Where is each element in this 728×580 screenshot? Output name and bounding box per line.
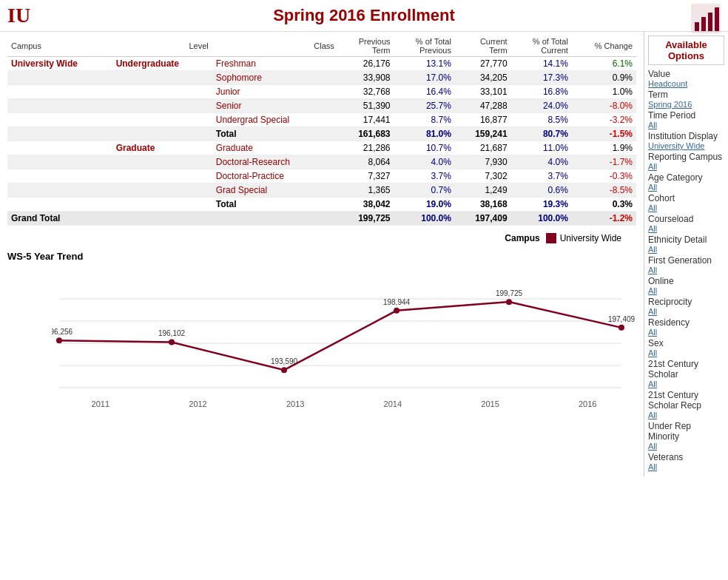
table-pct-prev: 13.1% [394, 57, 455, 71]
chart-x-label: 2012 [149, 399, 247, 408]
sidebar-item[interactable]: Institution Display University Wide [648, 131, 724, 150]
table-level: Undergraduate [112, 57, 212, 71]
svg-point-10 [56, 337, 62, 343]
table-level [112, 85, 212, 99]
sidebar-option-value[interactable]: University Wide [648, 141, 724, 150]
sidebar-item[interactable]: Time Period All [648, 110, 724, 129]
table-prev: 8,064 [338, 155, 394, 169]
table-change: 6.1% [572, 57, 636, 71]
sidebar-option-label: Value [648, 69, 724, 79]
sidebar-item[interactable]: Residency All [648, 317, 724, 337]
sidebar-item[interactable]: Reporting Campus All [648, 152, 724, 171]
sidebar-title: Available Options [648, 36, 724, 65]
table-pct-prev: 81.0% [394, 127, 455, 141]
table-class: Total [212, 198, 338, 212]
sidebar-option-value[interactable]: All [648, 348, 724, 357]
sidebar-item[interactable]: Reciprocity All [648, 297, 724, 316]
table-change: -0.3% [572, 169, 636, 183]
svg-text:198,944: 198,944 [383, 298, 411, 306]
table-class: Sophomore [212, 71, 338, 85]
sidebar-option-value[interactable]: All [648, 462, 724, 471]
sidebar-item[interactable]: Ethnicity Detail All [648, 235, 724, 254]
sidebar-option-value[interactable]: All [648, 380, 724, 388]
sidebar-option-value[interactable]: All [648, 307, 724, 316]
sidebar-option-label: Ethnicity Detail [648, 235, 724, 245]
sidebar-option-value[interactable]: All [648, 121, 724, 129]
sidebar-option-value[interactable]: Spring 2016 [648, 100, 724, 109]
table-curr: 34,205 [455, 71, 511, 85]
sidebar-item[interactable]: Courseload All [648, 214, 724, 233]
col-campus: Campus [7, 36, 112, 57]
sidebar-item[interactable]: 21st Century Scholar Recp All [648, 390, 724, 419]
svg-text:197,409: 197,409 [608, 315, 636, 323]
table-change: 0.9% [572, 71, 636, 85]
table-pct-curr: 14.1% [511, 57, 572, 71]
table-level: Graduate [112, 141, 212, 155]
sidebar-option-label: Term [648, 90, 724, 100]
sidebar-item[interactable]: Cohort All [648, 193, 724, 212]
sidebar-item[interactable]: Value Headcount [648, 69, 724, 88]
sidebar-item[interactable]: First Generation All [648, 255, 724, 274]
table-curr: 38,168 [455, 198, 511, 212]
sidebar-item[interactable]: 21st Century Scholar All [648, 359, 724, 388]
sidebar-item[interactable]: Sex All [648, 338, 724, 357]
svg-text:196,102: 196,102 [158, 329, 186, 337]
sidebar-option-value[interactable]: All [648, 162, 724, 171]
sidebar-option-value[interactable]: Headcount [648, 79, 724, 88]
table-campus [7, 99, 112, 113]
sidebar-item[interactable]: Veterans All [648, 452, 724, 471]
table-pct-curr: 80.7% [511, 127, 572, 141]
table-level [112, 169, 212, 183]
sidebar-option-value[interactable]: All [648, 203, 724, 212]
table-campus: University Wide [7, 57, 112, 71]
chart-x-label: 2013 [246, 399, 344, 408]
table-curr: 16,877 [455, 113, 511, 127]
table-pct-prev: 10.7% [394, 141, 455, 155]
sidebar-option-label: Time Period [648, 110, 724, 121]
table-prev: 38,042 [338, 198, 394, 212]
table-level [112, 113, 212, 127]
sidebar-option-label: 21st Century Scholar Recp [648, 390, 724, 411]
svg-point-18 [506, 299, 512, 305]
sidebar-option-value[interactable]: All [648, 266, 724, 274]
legend-campus-label: Campus [505, 233, 539, 243]
sidebar-item[interactable]: Online All [648, 276, 724, 295]
table-prev: 1,365 [338, 183, 394, 198]
table-prev: 21,286 [338, 141, 394, 155]
table-class: Freshman [212, 57, 338, 71]
table-pct-prev: 25.7% [394, 99, 455, 113]
sidebar-option-value[interactable]: All [648, 183, 724, 192]
table-campus [7, 169, 112, 183]
sidebar-option-value[interactable]: All [648, 224, 724, 233]
sidebar-option-label: Reciprocity [648, 297, 724, 307]
table-prev: 17,441 [338, 113, 394, 127]
sidebar-item[interactable]: Age Category All [648, 172, 724, 192]
sidebar-item[interactable]: Under Rep Minority All [648, 421, 724, 451]
col-prev-term: PreviousTerm [338, 36, 394, 57]
table-pct-curr: 19.3% [511, 198, 572, 212]
table-level [112, 183, 212, 198]
table-pct-curr: 0.6% [511, 183, 572, 198]
table-level [112, 127, 212, 141]
sidebar-option-value[interactable]: All [648, 286, 724, 295]
sidebar-item[interactable]: Term Spring 2016 [648, 90, 724, 109]
table-class: Doctoral-Research [212, 155, 338, 169]
table-prev: 32,768 [338, 85, 394, 99]
chart-title: WS-5 Year Trend [7, 251, 636, 262]
table-curr: 21,687 [455, 141, 511, 155]
sidebar-option-value[interactable]: All [648, 411, 724, 419]
table-level [112, 155, 212, 169]
chart-x-label: 2016 [539, 399, 636, 408]
table-pct-prev: 4.0% [394, 155, 455, 169]
table-pct-prev: 3.7% [394, 169, 455, 183]
sidebar-option-value[interactable]: All [648, 328, 724, 337]
chart-section: WS-5 Year Trend 200,000198,000196,000194… [7, 251, 636, 408]
sidebar-option-label: Age Category [648, 172, 724, 183]
grand-total-curr: 197,409 [455, 212, 511, 226]
table-change: -1.5% [572, 127, 636, 141]
table-level [112, 198, 212, 212]
chart-legend: Campus University Wide [7, 233, 636, 243]
sidebar-option-value[interactable]: All [648, 442, 724, 451]
sidebar-option-value[interactable]: All [648, 245, 724, 254]
table-pct-curr: 4.0% [511, 155, 572, 169]
